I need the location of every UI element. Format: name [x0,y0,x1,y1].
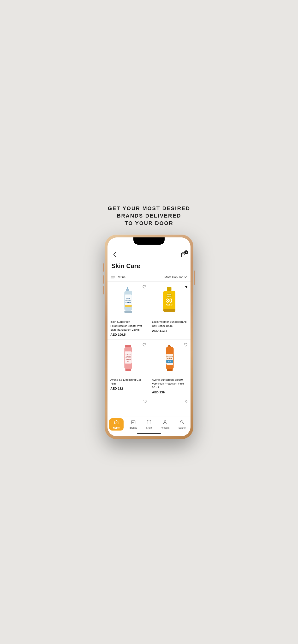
nav-search[interactable]: Search [176,419,189,430]
product-card-3[interactable]: ♡ eau thermale Avène exfoli [107,340,149,397]
page-wrapper: GET YOUR MOST DESIRED BRANDS DELIVERED T… [99,205,199,439]
phone-frame: 0 Skin Care Refine Most Popular [105,234,193,439]
nav-account[interactable]: Account [158,419,172,430]
svg-rect-22 [125,345,131,348]
nav-brands[interactable]: A/Z Brands [127,419,140,430]
product-image-wrap-4: ♡ eau thermale Avène [152,342,188,376]
product-price-1: AED 199.5 [110,333,146,336]
product-image-wrap-2: ♥ Louis Widmer [152,284,188,318]
svg-text:Avène: Avène [168,357,172,359]
svg-text:photo: photo [126,298,130,300]
svg-text:eau thermale: eau thermale [125,354,131,356]
product-card-2[interactable]: ♥ Louis Widmer [149,282,191,339]
svg-text:A/Z: A/Z [132,422,135,423]
filter-bar: Refine Most Popular [107,273,191,282]
cart-button[interactable]: 0 [181,252,187,258]
svg-rect-32 [166,354,173,365]
svg-text:gel: gel [127,360,129,362]
cart-badge: 0 [184,250,188,254]
partial-card-1[interactable]: ♡ [107,397,149,416]
brands-icon: A/Z [131,420,136,426]
product-name-4: Avene Sunscreen Spf50+ Very High Protect… [152,378,188,389]
wishlist-button-5[interactable]: ♡ [143,399,147,404]
product-price-2: AED 113.4 [152,329,188,332]
svg-text:ISDIN: ISDIN [125,302,131,304]
svg-point-41 [164,420,166,422]
home-indicator-bar [137,434,161,434]
partial-products-row: ♡ ♡ [107,397,191,416]
svg-text:eau thermale: eau thermale [167,356,173,357]
wishlist-button-2[interactable]: ♥ [185,284,188,290]
page-title: Skin Care [107,262,191,273]
svg-text:30: 30 [166,298,173,304]
products-grid: ♡ photo protection [107,282,191,397]
search-label: Search [179,426,186,429]
app-header: 0 [107,248,191,262]
product-image-wrap-1: ♡ photo protection [110,284,146,318]
svg-text:protection: protection [125,300,131,301]
hero-text: GET YOUR MOST DESIRED BRANDS DELIVERED T… [105,205,193,227]
svg-rect-15 [163,309,176,312]
search-icon [180,420,185,426]
svg-text:50+: 50+ [168,360,171,363]
product-price-4: AED 139 [152,390,188,394]
svg-rect-30 [168,346,171,347]
product-price-3: AED 132 [110,387,146,390]
sort-label: Most Popular [164,275,183,279]
svg-rect-12 [124,311,132,313]
brands-label: Brands [129,426,137,429]
wishlist-button-1[interactable]: ♡ [142,284,146,290]
account-icon [163,420,168,426]
nav-shop[interactable]: Shop [143,419,155,430]
svg-rect-11 [125,305,132,307]
svg-text:Louis: Louis [168,294,171,295]
wishlist-button-6[interactable]: ♡ [185,399,189,404]
wishlist-button-3[interactable]: ♡ [142,342,146,348]
sort-button[interactable]: Most Popular [164,275,187,279]
refine-label: Refine [117,275,126,279]
shop-label: Shop [146,426,152,429]
product-name-1: Isdin Sunscreen Fotoprotector Spf50+ Wet… [110,320,146,331]
svg-text:Widmer: Widmer [167,296,172,297]
phone-screen: 0 Skin Care Refine Most Popular [107,238,191,436]
status-bar [107,238,191,248]
back-button[interactable] [111,251,118,260]
home-indicator [107,432,191,436]
product-image-wrap-3: ♡ eau thermale Avène exfoli [110,342,146,376]
shop-icon [146,420,152,426]
svg-rect-5 [126,289,129,291]
svg-text:ALL DAY: ALL DAY [166,304,173,306]
svg-text:Avène: Avène [125,356,131,358]
product-name-3: Avene Se Exfoliating Gel 75ml [110,378,146,386]
svg-rect-37 [167,369,173,371]
wishlist-button-4[interactable]: ♡ [184,342,188,348]
home-label: Home [113,426,120,429]
bottom-nav: Home A/Z Brands [107,416,191,432]
svg-point-42 [181,420,183,423]
svg-rect-28 [125,369,131,371]
product-name-2: Louis Widmer Sunscreen All Day Spf30 100… [152,320,188,328]
svg-rect-13 [167,287,171,291]
home-icon [114,420,119,426]
refine-button[interactable]: Refine [111,275,126,279]
product-card-1[interactable]: ♡ photo protection [107,282,149,339]
notch [133,238,165,244]
nav-home[interactable]: Home [109,418,123,430]
partial-card-2[interactable]: ♡ [149,397,191,416]
account-label: Account [161,426,169,429]
product-card-4[interactable]: ♡ eau thermale Avène [149,340,191,397]
svg-text:exfoliating: exfoliating [125,359,130,360]
